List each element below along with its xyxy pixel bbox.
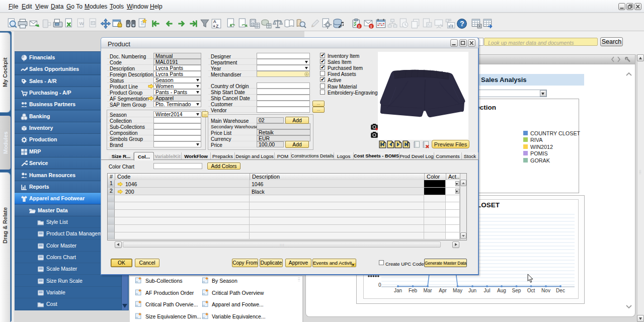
svg-text:W: W	[79, 21, 85, 26]
svg-text:?: ?	[460, 20, 464, 28]
svg-text:!: !	[358, 25, 360, 29]
svg-text:Z: Z	[216, 24, 219, 29]
svg-text:!: !	[370, 25, 372, 29]
